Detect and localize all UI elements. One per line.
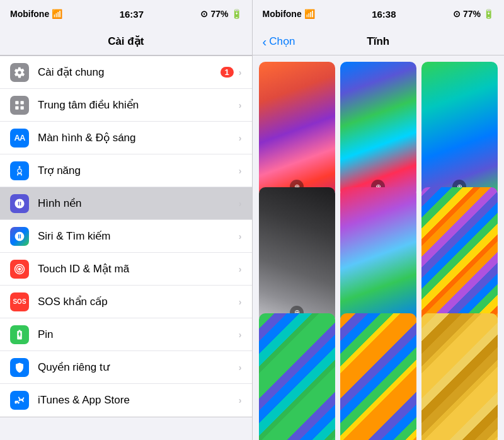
carrier-wifi-right: Mobifone 📶 bbox=[263, 9, 315, 19]
status-bar-left: Mobifone 📶 16:37 ⊙ 77% 🔋 bbox=[0, 0, 252, 28]
carrier-right: Mobifone bbox=[263, 9, 302, 19]
battery-left: 77% bbox=[210, 9, 228, 19]
wallpaper-cell-1[interactable]: ⊕ bbox=[259, 62, 335, 197]
label-sos: SOS khẩn cấp bbox=[38, 295, 239, 308]
label-tro-nang: Trợ năng bbox=[38, 164, 239, 177]
settings-item-tro-nang[interactable]: Trợ năng › bbox=[0, 154, 252, 187]
label-touch-id: Touch ID & Mật mã bbox=[38, 262, 239, 275]
wallpaper-cell-5[interactable] bbox=[340, 187, 416, 323]
battery-right: 77% bbox=[463, 9, 481, 19]
settings-section-main: Cài đặt chung 1 › Trung tâm điều khiển ›… bbox=[0, 55, 252, 417]
svg-point-4 bbox=[19, 166, 21, 168]
wallpaper-cell-3[interactable]: ⊕ bbox=[421, 62, 498, 197]
carrier-wifi-left: Mobifone 📶 bbox=[10, 9, 62, 19]
settings-item-touch-id[interactable]: Touch ID & Mật mã › bbox=[0, 253, 252, 286]
chevron-tro-nang: › bbox=[239, 166, 242, 176]
wallpaper-cell-9[interactable] bbox=[421, 313, 498, 440]
back-chevron-icon: ‹ bbox=[263, 35, 267, 48]
time-left: 16:37 bbox=[120, 9, 144, 20]
location-icon-left: ⊙ bbox=[200, 9, 208, 19]
icon-settings bbox=[10, 63, 29, 82]
settings-item-sos[interactable]: SOS SOS khẩn cấp › bbox=[0, 286, 252, 318]
label-hinh-nen: Hình nền bbox=[38, 197, 239, 210]
wallpaper-grid: ⊕ ⊕ ⊕ ⊕ bbox=[253, 55, 505, 440]
wallpaper-cell-6[interactable] bbox=[421, 187, 498, 323]
settings-item-man-hinh[interactable]: AA Màn hình & Độ sáng › bbox=[0, 122, 252, 154]
icon-appstore bbox=[10, 391, 29, 410]
chevron-siri: › bbox=[239, 231, 242, 241]
svg-rect-1 bbox=[21, 101, 24, 104]
chevron-sos: › bbox=[239, 297, 242, 307]
battery-area-left: ⊙ 77% 🔋 bbox=[200, 9, 241, 19]
wallpaper-cell-7[interactable] bbox=[259, 313, 335, 440]
wallpaper-screen: Mobifone 📶 16:38 ⊙ 77% 🔋 ‹ Chọn Tĩnh ⊕ ⊕… bbox=[253, 0, 505, 440]
icon-sos: SOS bbox=[10, 292, 29, 311]
label-pin: Pin bbox=[38, 328, 239, 341]
settings-item-siri[interactable]: Siri & Tìm kiếm › bbox=[0, 220, 252, 253]
settings-item-hinh-nen[interactable]: Hình nền › bbox=[0, 187, 252, 220]
wallpaper-nav: ‹ Chọn Tĩnh bbox=[253, 28, 505, 55]
battery-area-right: ⊙ 77% 🔋 bbox=[453, 9, 494, 19]
label-appstore: iTunes & App Store bbox=[38, 394, 239, 407]
carrier-left: Mobifone bbox=[10, 9, 49, 19]
settings-title: Cài đặt bbox=[108, 35, 144, 48]
badge-cai-dat-chung: 1 bbox=[220, 67, 234, 78]
settings-nav-header: Cài đặt bbox=[0, 28, 252, 55]
icon-control bbox=[10, 96, 29, 115]
settings-screen: Mobifone 📶 16:37 ⊙ 77% 🔋 Cài đặt Cài đặt… bbox=[0, 0, 252, 440]
label-siri: Siri & Tìm kiếm bbox=[38, 229, 239, 243]
icon-privacy bbox=[10, 358, 29, 377]
chevron-pin: › bbox=[239, 330, 242, 340]
wifi-icon-right: 📶 bbox=[304, 9, 315, 19]
settings-item-trung-tam[interactable]: Trung tâm điều khiển › bbox=[0, 89, 252, 122]
wifi-icon-left: 📶 bbox=[52, 9, 62, 19]
icon-wallpaper bbox=[10, 194, 29, 213]
wallpaper-title: Tĩnh bbox=[367, 35, 389, 48]
wallpaper-cell-2[interactable]: ⊕ bbox=[340, 62, 416, 197]
wallpaper-cell-8[interactable] bbox=[340, 313, 416, 440]
chevron-touch-id: › bbox=[239, 264, 242, 274]
settings-item-cai-dat-chung[interactable]: Cài đặt chung 1 › bbox=[0, 56, 252, 89]
label-trung-tam: Trung tâm điều khiển bbox=[38, 98, 239, 112]
settings-item-quyen-rieng-tu[interactable]: Quyền riêng tư › bbox=[0, 351, 252, 384]
settings-item-pin[interactable]: Pin › bbox=[0, 318, 252, 351]
chevron-man-hinh: › bbox=[239, 133, 242, 143]
back-label: Chọn bbox=[269, 35, 295, 48]
wallpaper-cell-4[interactable]: ⊕ bbox=[259, 187, 335, 323]
icon-display: AA bbox=[10, 129, 29, 148]
label-man-hinh: Màn hình & Độ sáng bbox=[38, 131, 239, 144]
chevron-quyen-rieng-tu: › bbox=[239, 362, 242, 373]
status-bar-right: Mobifone 📶 16:38 ⊙ 77% 🔋 bbox=[253, 0, 505, 28]
label-quyen-rieng-tu: Quyền riêng tư bbox=[38, 361, 239, 374]
icon-battery bbox=[10, 325, 29, 344]
chevron-appstore: › bbox=[239, 395, 242, 405]
battery-icon-left: 🔋 bbox=[231, 9, 242, 19]
svg-rect-2 bbox=[15, 106, 18, 109]
settings-item-appstore[interactable]: iTunes & App Store › bbox=[0, 384, 252, 417]
label-cai-dat-chung: Cài đặt chung bbox=[38, 66, 220, 79]
svg-rect-3 bbox=[21, 106, 24, 109]
chevron-trung-tam: › bbox=[239, 100, 242, 110]
location-icon-right: ⊙ bbox=[453, 9, 461, 19]
time-right: 16:38 bbox=[372, 9, 396, 20]
chevron-cai-dat-chung: › bbox=[239, 67, 242, 78]
back-button[interactable]: ‹ Chọn bbox=[263, 35, 295, 48]
battery-icon-right: 🔋 bbox=[483, 9, 494, 19]
chevron-hinh-nen: › bbox=[239, 199, 242, 209]
svg-rect-0 bbox=[15, 101, 18, 104]
icon-siri bbox=[10, 227, 29, 246]
icon-touchid bbox=[10, 260, 29, 279]
icon-accessibility bbox=[10, 161, 29, 180]
settings-list: Cài đặt chung 1 › Trung tâm điều khiển ›… bbox=[0, 55, 252, 440]
